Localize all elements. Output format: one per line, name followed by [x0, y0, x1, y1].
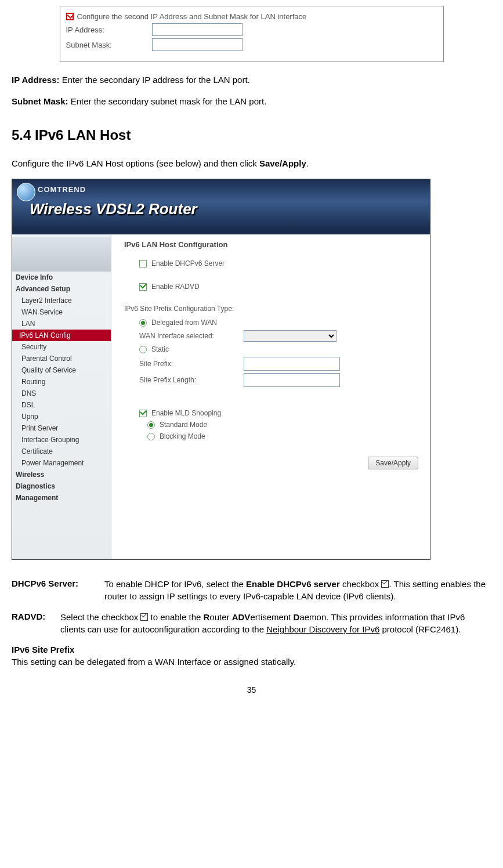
sidebar-item-routing[interactable]: Routing	[12, 376, 111, 388]
sidebar-item-device-info[interactable]: Device Info	[12, 272, 111, 283]
sidebar-item-parental[interactable]: Parental Control	[12, 353, 111, 364]
sidebar: Device Info Advanced Setup Layer2 Interf…	[12, 234, 111, 559]
def-dhcpv6-a: To enable DHCP for IPv6, select the	[104, 579, 246, 589]
label-static: Static	[151, 345, 169, 353]
label-enable-mld: Enable MLD Snooping	[151, 409, 221, 417]
subnet-mask-desc-label: Subnet Mask:	[12, 96, 68, 106]
page-number: 35	[12, 685, 491, 695]
sidebar-item-security[interactable]: Security	[12, 341, 111, 353]
def-radvd-a: Select the checkbox	[60, 612, 140, 622]
def-dhcpv6-c: checkbox	[340, 579, 382, 589]
subnet-mask-description: Subnet Mask: Enter the secondary subnet …	[12, 95, 491, 107]
section-intro-a: Configure the IPv6 LAN Host options (see…	[12, 158, 259, 168]
sidebar-item-print[interactable]: Print Server	[12, 422, 111, 434]
sidebar-item-management[interactable]: Management	[12, 492, 111, 504]
brand-label: COMTREND	[38, 185, 86, 194]
label-enable-radvd: Enable RADVD	[151, 283, 200, 291]
def-radvd-d: outer	[209, 612, 231, 622]
content-title: IPv6 LAN Host Configuration	[124, 240, 423, 249]
def-ipv6-prefix: IPv6 Site Prefix This setting can be del…	[12, 643, 491, 668]
sidebar-item-dns[interactable]: DNS	[12, 388, 111, 399]
router-title: Wireless VDSL2 Router	[30, 200, 197, 218]
label-wan-selected: WAN Interface selected:	[139, 332, 244, 340]
checkbox-glyph-icon	[381, 580, 389, 588]
checkbox-enable-dhcpv6[interactable]	[139, 260, 147, 267]
def-prefix-text: This setting can be delegated from a WAN…	[12, 656, 491, 668]
checkbox-enable-mld[interactable]	[139, 410, 147, 417]
figure-lan-secondary-ip: Configure the second IP Address and Subn…	[60, 6, 444, 62]
sidebar-item-iface-group[interactable]: Interface Grouping	[12, 434, 111, 446]
sidebar-item-power[interactable]: Power Management	[12, 457, 111, 469]
sidebar-item-qos[interactable]: Quality of Service	[12, 364, 111, 376]
def-dhcpv6: DHCPv6 Server: To enable DHCP for IPv6, …	[12, 577, 491, 602]
sidebar-item-ipv6-lan-config[interactable]: IPv6 LAN Config	[12, 330, 111, 341]
section-heading: 5.4 IPv6 LAN Host	[12, 127, 491, 143]
device-photo	[12, 237, 111, 272]
sidebar-item-advanced-setup[interactable]: Advanced Setup	[12, 283, 111, 295]
def-radvd-b: to enable the	[148, 612, 203, 622]
sidebar-item-upnp[interactable]: Upnp	[12, 411, 111, 422]
section-intro: Configure the IPv6 LAN Host options (see…	[12, 157, 491, 169]
select-wan-interface[interactable]	[244, 330, 336, 342]
ip-address-description: IP Address: Enter the secondary IP addre…	[12, 74, 491, 86]
input-site-prefix-length[interactable]	[244, 373, 340, 387]
checkbox-glyph-icon	[140, 613, 148, 621]
def-radvd-g: D	[294, 612, 300, 622]
subnet-mask-desc-text: Enter the secondary subnet mask for the …	[68, 96, 267, 106]
input-site-prefix[interactable]	[244, 357, 340, 371]
sidebar-item-dsl[interactable]: DSL	[12, 399, 111, 411]
checkbox-enable-radvd[interactable]	[139, 283, 147, 291]
radio-delegated[interactable]	[139, 319, 147, 327]
content-panel: IPv6 LAN Host Configuration Enable DHCPv…	[111, 234, 430, 559]
radio-static[interactable]	[139, 346, 147, 353]
router-header: COMTREND Wireless VDSL2 Router	[12, 179, 430, 234]
prefix-type-label: IPv6 Site Prefix Configuration Type:	[124, 305, 423, 313]
ip-address-label: IP Address:	[66, 26, 152, 34]
label-site-prefix: Site Prefix:	[139, 360, 244, 368]
label-standard-mode: Standard Mode	[160, 421, 207, 429]
def-radvd-j: protocol (RFC2461).	[379, 624, 461, 634]
configure-second-ip-label: Configure the second IP Address and Subn…	[77, 12, 307, 21]
label-site-prefix-length: Site Prefix Length:	[139, 376, 244, 384]
def-radvd-i: Neighbour Discovery for IPv6	[266, 624, 379, 634]
def-prefix-heading: IPv6 Site Prefix	[12, 643, 491, 656]
radio-blocking-mode[interactable]	[147, 433, 155, 440]
section-intro-b: Save/Apply	[259, 158, 306, 168]
ip-address-desc-label: IP Address:	[12, 75, 60, 85]
sidebar-item-cert[interactable]: Certificate	[12, 446, 111, 457]
def-radvd-f: ertisement	[250, 612, 293, 622]
sidebar-item-lan[interactable]: LAN	[12, 318, 111, 330]
label-blocking-mode: Blocking Mode	[160, 432, 205, 440]
subnet-mask-label: Subnet Mask:	[66, 41, 152, 49]
sidebar-item-wireless[interactable]: Wireless	[12, 469, 111, 480]
checkbox-configure-second-ip-icon[interactable]	[66, 13, 74, 20]
sidebar-item-diagnostics[interactable]: Diagnostics	[12, 480, 111, 492]
section-intro-c: .	[306, 158, 309, 168]
router-screenshot: COMTREND Wireless VDSL2 Router Device In…	[12, 179, 430, 560]
def-radvd: RADVD: Select the checkbox to enable the…	[12, 610, 491, 635]
def-radvd-e: ADV	[232, 612, 251, 622]
globe-icon	[17, 183, 35, 201]
ip-address-input[interactable]	[152, 23, 243, 36]
label-delegated: Delegated from WAN	[151, 319, 217, 327]
radio-standard-mode[interactable]	[147, 421, 155, 429]
def-radvd-c: R	[204, 612, 210, 622]
ip-address-desc-text: Enter the secondary IP address for the L…	[60, 75, 250, 85]
save-apply-button[interactable]: Save/Apply	[368, 457, 418, 469]
subnet-mask-input[interactable]	[152, 38, 243, 51]
label-enable-dhcpv6: Enable DHCPv6 Server	[151, 259, 225, 267]
sidebar-item-wan[interactable]: WAN Service	[12, 306, 111, 318]
sidebar-item-layer2[interactable]: Layer2 Interface	[12, 295, 111, 306]
def-dhcpv6-b: Enable DHCPv6 server	[246, 579, 340, 589]
